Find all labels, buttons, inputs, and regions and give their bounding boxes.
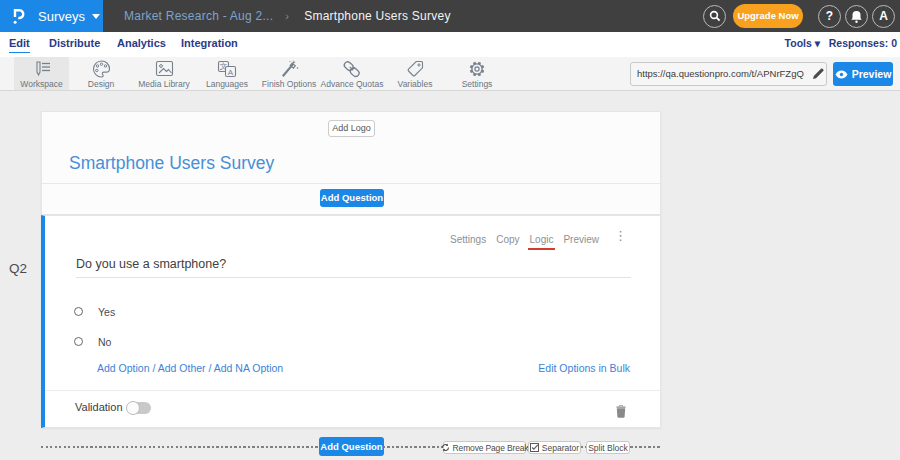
svg-text:A: A (228, 68, 234, 77)
